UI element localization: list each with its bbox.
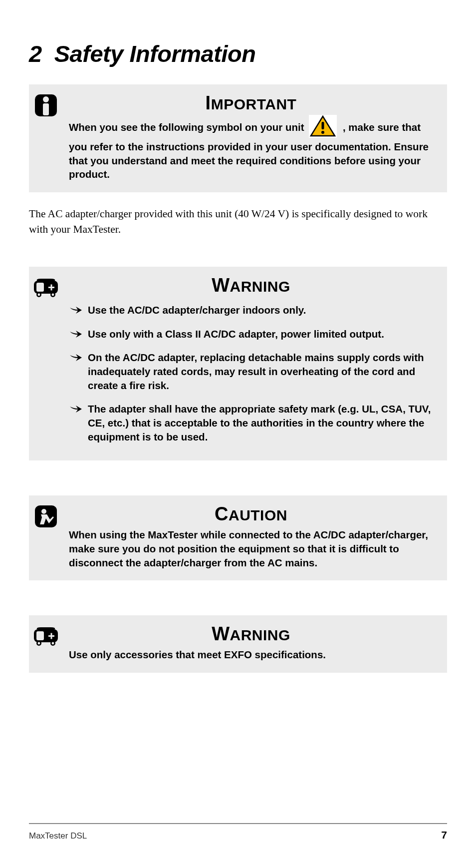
warning-triangle-icon xyxy=(309,115,337,138)
warning-body-2: Use only accessories that meet EXFO spec… xyxy=(69,648,433,662)
svg-rect-14 xyxy=(51,285,52,291)
warning-list-item: Use only with a Class II AC/DC adapter, … xyxy=(69,327,433,341)
warning-list-item: Use the AC/DC adapter/charger indoors on… xyxy=(69,303,433,317)
warning-item-text: Use the AC/DC adapter/charger indoors on… xyxy=(88,304,306,316)
warning-callout-2: WARNING Use only accessories that meet E… xyxy=(29,615,447,673)
svg-rect-18 xyxy=(36,631,44,640)
warning-item-text: The adapter shall have the appropriate s… xyxy=(88,403,431,442)
caution-body: When using the MaxTester while connected… xyxy=(69,528,433,569)
svg-point-20 xyxy=(38,642,40,645)
svg-point-1 xyxy=(43,96,49,102)
arrow-bullet-icon xyxy=(69,403,83,413)
caution-icon xyxy=(32,502,60,530)
ambulance-icon xyxy=(32,622,60,650)
footer-page-number: 7 xyxy=(441,829,447,841)
chapter-title-text: Safety Information xyxy=(54,40,256,67)
svg-point-10 xyxy=(38,294,40,296)
chapter-title: 2 Safety Information xyxy=(29,40,447,67)
important-icon xyxy=(32,91,60,119)
important-heading-rest: MPORTANT xyxy=(211,96,297,112)
svg-rect-5 xyxy=(322,122,324,129)
warning-list-item: The adapter shall have the appropriate s… xyxy=(69,402,433,443)
svg-rect-8 xyxy=(36,283,44,292)
svg-point-16 xyxy=(41,509,46,514)
important-callout: IMPORTANT When you see the following sym… xyxy=(29,84,447,192)
page-footer: MaxTester DSL 7 xyxy=(29,823,447,841)
warning-callout-1: WARNING Use the AC/DC adapter/charger in… xyxy=(29,267,447,460)
arrow-bullet-icon xyxy=(69,352,83,362)
warning-item-text: Use only with a Class II AC/DC adapter, … xyxy=(88,328,384,340)
important-body: When you see the following symbol on you… xyxy=(69,117,433,181)
svg-point-22 xyxy=(52,642,54,645)
svg-point-6 xyxy=(321,131,324,134)
svg-point-12 xyxy=(52,294,54,296)
warning-list-item: On the AC/DC adapter, replacing detachab… xyxy=(69,351,433,392)
caution-callout: CAUTION When using the MaxTester while c… xyxy=(29,495,447,580)
caution-heading: CAUTION xyxy=(69,503,433,525)
chapter-number: 2 xyxy=(29,40,42,67)
ambulance-icon xyxy=(32,274,60,302)
arrow-bullet-icon xyxy=(69,328,83,338)
footer-doc-name: MaxTester DSL xyxy=(29,831,87,841)
warning-heading-1: WARNING xyxy=(69,275,433,296)
important-text-before: When you see the following symbol on you… xyxy=(69,121,304,133)
body-paragraph: The AC adapter/charger provided with thi… xyxy=(29,206,447,237)
warning-list: Use the AC/DC adapter/charger indoors on… xyxy=(69,303,433,443)
arrow-bullet-icon xyxy=(69,304,83,314)
important-heading: IMPORTANT xyxy=(69,92,433,114)
svg-rect-24 xyxy=(51,633,52,639)
document-page: 2 Safety Information IMPORTANT When you … xyxy=(0,0,476,868)
svg-rect-2 xyxy=(43,103,49,115)
warning-heading-2: WARNING xyxy=(69,623,433,645)
warning-item-text: On the AC/DC adapter, replacing detachab… xyxy=(88,352,424,391)
